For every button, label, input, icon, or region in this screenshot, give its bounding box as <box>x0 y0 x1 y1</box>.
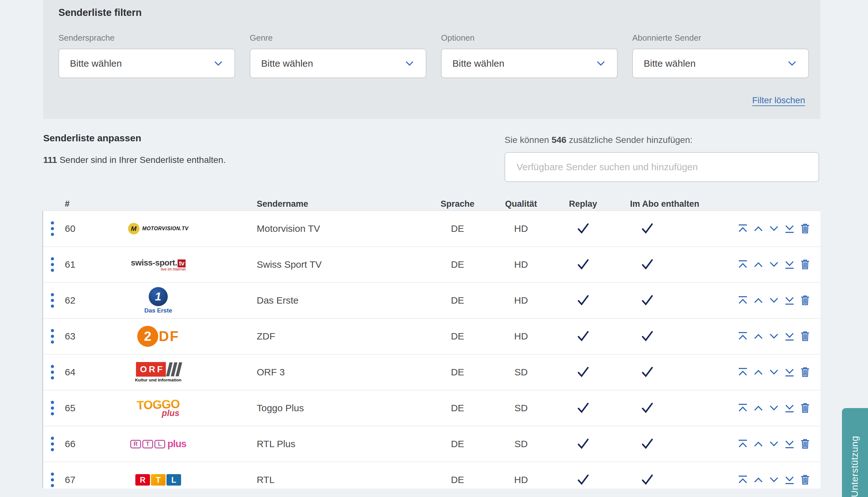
replay-check-icon <box>570 211 596 246</box>
drag-handle-icon[interactable] <box>48 390 57 426</box>
move-top-button[interactable] <box>737 223 748 235</box>
delete-button[interactable] <box>799 223 811 235</box>
move-up-button[interactable] <box>753 330 764 342</box>
move-down-button[interactable] <box>768 295 780 306</box>
channel-table: 60 MMOTORVISION.TV Motorvision TV DE HD … <box>43 211 820 488</box>
abo-check-icon <box>634 426 660 462</box>
drag-handle-icon[interactable] <box>48 247 57 282</box>
row-actions <box>737 318 811 354</box>
move-up-button[interactable] <box>753 259 764 270</box>
move-top-button[interactable] <box>737 402 748 414</box>
optionen-select[interactable]: Bitte wählen <box>441 48 618 78</box>
move-bottom-button[interactable] <box>784 330 795 342</box>
drag-handle-icon[interactable] <box>48 462 57 488</box>
move-top-button[interactable] <box>737 474 748 486</box>
move-bottom-button[interactable] <box>784 259 795 270</box>
drag-handle-icon[interactable] <box>48 318 57 354</box>
channel-number: 61 <box>65 247 75 282</box>
move-top-button[interactable] <box>737 295 748 306</box>
chevron-down-icon <box>596 58 606 69</box>
filter-label: Sendersprache <box>58 33 235 43</box>
table-row: 64 ORFKultur und Information ORF 3 DE SD <box>43 354 820 390</box>
delete-button[interactable] <box>799 295 811 306</box>
delete-button[interactable] <box>799 438 811 450</box>
filter-group-optionen: Optionen Bitte wählen <box>441 33 618 78</box>
move-up-button[interactable] <box>753 402 764 414</box>
filter-label: Genre <box>250 33 426 43</box>
table-row: 67 RTL RTL DE HD <box>43 462 820 488</box>
channel-quality: SD <box>502 426 540 462</box>
filter-group-sendersprache: Sendersprache Bitte wählen <box>58 33 235 78</box>
move-down-button[interactable] <box>768 438 780 450</box>
header-im-abo-enthalten: Im Abo enthalten <box>630 199 699 209</box>
channel-language: DE <box>438 354 477 390</box>
channel-number: 64 <box>65 354 75 390</box>
move-bottom-button[interactable] <box>784 438 795 450</box>
move-up-button[interactable] <box>753 295 764 306</box>
select-value: Bitte wählen <box>452 58 596 69</box>
channel-search-input[interactable] <box>505 152 819 182</box>
move-down-button[interactable] <box>768 367 780 378</box>
row-actions <box>737 247 811 282</box>
channel-quality: HD <box>502 462 540 488</box>
delete-button[interactable] <box>799 259 811 270</box>
abo-check-icon <box>634 318 660 354</box>
replay-check-icon <box>570 283 596 318</box>
drag-handle-icon[interactable] <box>48 426 57 462</box>
move-up-button[interactable] <box>753 223 764 235</box>
move-up-button[interactable] <box>753 367 764 378</box>
delete-button[interactable] <box>799 402 811 414</box>
drag-handle-icon[interactable] <box>48 211 57 246</box>
delete-button[interactable] <box>799 367 811 378</box>
header-sprache: Sprache <box>438 199 477 209</box>
move-bottom-button[interactable] <box>784 402 795 414</box>
rtl-plus-logo-icon: RTLplus <box>130 438 186 450</box>
abo-check-icon <box>634 211 660 246</box>
move-up-button[interactable] <box>753 474 764 486</box>
select-value: Bitte wählen <box>70 58 213 69</box>
channel-logo: RTL <box>130 462 187 488</box>
channel-number: 62 <box>65 283 75 318</box>
sendersprache-select[interactable]: Bitte wählen <box>58 48 235 78</box>
replay-check-icon <box>570 318 596 354</box>
delete-button[interactable] <box>799 474 811 486</box>
filter-row: Sendersprache Bitte wählen Genre Bitte w… <box>58 33 809 78</box>
move-bottom-button[interactable] <box>784 223 795 235</box>
table-row: 61 swiss-sport.tvlive im Internet Swiss … <box>43 247 820 283</box>
channel-count-rest: Sender sind in Ihrer Senderliste enthalt… <box>57 155 226 165</box>
channel-name: Das Erste <box>257 283 299 318</box>
move-down-button[interactable] <box>768 223 780 235</box>
drag-handle-icon[interactable] <box>48 354 57 390</box>
toggo-plus-logo-icon: TOGGOplus <box>137 398 180 418</box>
filter-group-abonnierte-sender: Abonnierte Sender Bitte wählen <box>632 33 809 78</box>
drag-handle-icon[interactable] <box>48 283 57 318</box>
move-bottom-button[interactable] <box>784 295 795 306</box>
support-tab[interactable]: & Unterstützung <box>842 408 868 497</box>
channel-language: DE <box>438 247 477 282</box>
chevron-down-icon <box>787 58 797 69</box>
header-number: # <box>65 199 70 209</box>
table-header: # Sendername Sprache Qualität Replay Im … <box>0 199 868 211</box>
channel-number: 66 <box>65 426 75 462</box>
move-top-button[interactable] <box>737 330 748 342</box>
channel-logo: 2DF <box>130 318 187 354</box>
channel-quality: SD <box>502 390 540 426</box>
move-down-button[interactable] <box>768 259 780 270</box>
move-top-button[interactable] <box>737 259 748 270</box>
move-bottom-button[interactable] <box>784 367 795 378</box>
move-down-button[interactable] <box>768 402 780 414</box>
move-down-button[interactable] <box>768 474 780 486</box>
delete-button[interactable] <box>799 330 811 342</box>
filter-label: Abonnierte Sender <box>632 33 809 43</box>
clear-filters-link[interactable]: Filter löschen <box>752 95 805 105</box>
move-bottom-button[interactable] <box>784 474 795 486</box>
addable-suffix: zusätzliche Sender hinzufügen: <box>566 135 692 145</box>
move-top-button[interactable] <box>737 438 748 450</box>
move-down-button[interactable] <box>768 330 780 342</box>
move-top-button[interactable] <box>737 367 748 378</box>
table-row: 66 RTLplus RTL Plus DE SD <box>43 426 820 462</box>
genre-select[interactable]: Bitte wählen <box>250 48 426 78</box>
table-row: 63 2DF ZDF DE HD <box>43 318 820 354</box>
move-up-button[interactable] <box>753 438 764 450</box>
abonnierte-sender-select[interactable]: Bitte wählen <box>632 48 809 78</box>
